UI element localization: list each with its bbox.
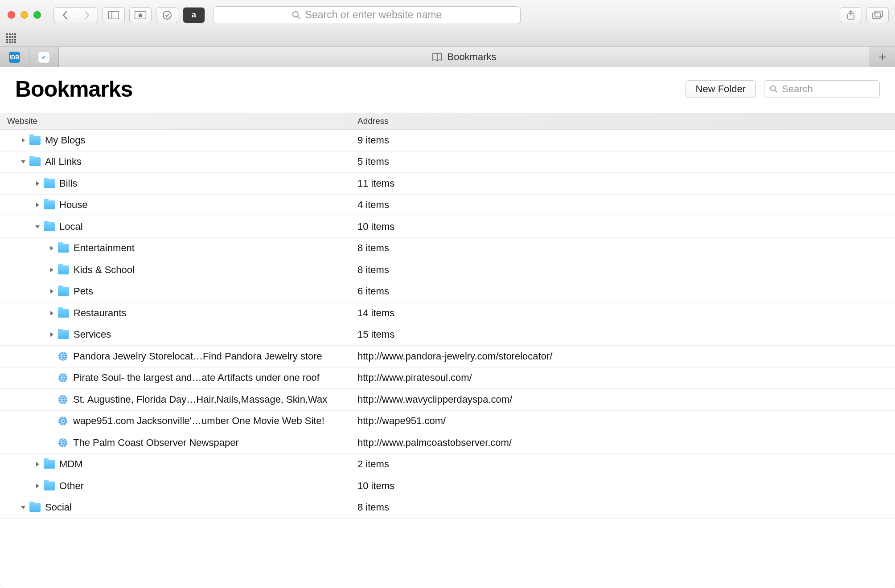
folder-row[interactable]: House4 items xyxy=(0,195,895,216)
svg-line-5 xyxy=(298,16,300,19)
pinned-tab-2[interactable]: ✓ xyxy=(29,47,59,67)
bookmark-row[interactable]: Pirate Soul- the largest and…ate Artifac… xyxy=(0,368,895,389)
bookmark-search[interactable]: Search xyxy=(764,80,880,98)
folder-row[interactable]: Services15 items xyxy=(0,324,895,346)
disclosure-right-icon[interactable] xyxy=(34,201,41,208)
row-address: 6 items xyxy=(352,286,895,297)
disclosure-down-icon[interactable] xyxy=(34,223,41,230)
row-name: Entertainment xyxy=(74,242,135,254)
folder-icon xyxy=(44,460,55,469)
folder-row[interactable]: MDM2 items xyxy=(0,454,895,476)
disclosure-down-icon[interactable] xyxy=(20,504,27,511)
bookmark-row[interactable]: Pandora Jewelry Storelocat…Find Pandora … xyxy=(0,346,895,368)
nav-buttons xyxy=(53,7,98,23)
row-name: My Blogs xyxy=(45,135,85,146)
row-address: 14 items xyxy=(352,307,895,319)
window-controls xyxy=(8,11,41,19)
bookmark-row[interactable]: The Palm Coast Observer Newspaperhttp://… xyxy=(0,432,895,454)
row-name: Social xyxy=(45,502,72,513)
folder-row[interactable]: My Blogs9 items xyxy=(0,130,895,151)
new-tab-button[interactable]: + xyxy=(870,47,895,67)
bookmark-row[interactable]: St. Augustine, Florida Day…Hair,Nails,Ma… xyxy=(0,389,895,411)
row-address: 11 items xyxy=(352,178,895,189)
show-favorites-icon[interactable] xyxy=(6,33,16,43)
row-address: 8 items xyxy=(352,502,895,513)
sidebar-button[interactable] xyxy=(103,7,125,23)
bookmark-list: My Blogs9 itemsAll Links5 itemsBills11 i… xyxy=(0,130,895,519)
folder-icon xyxy=(58,244,69,253)
folder-row[interactable]: Kids & School8 items xyxy=(0,259,895,281)
pinned-tab-1[interactable]: iDB xyxy=(0,47,29,67)
fullscreen-window-button[interactable] xyxy=(33,11,41,19)
folder-row[interactable]: Bills11 items xyxy=(0,173,895,195)
globe-icon xyxy=(58,416,68,426)
svg-point-10 xyxy=(771,86,776,91)
disclosure-right-icon[interactable] xyxy=(34,180,41,187)
tab-title: Bookmarks xyxy=(447,51,496,63)
disclosure-right-icon[interactable] xyxy=(48,331,55,338)
active-tab[interactable]: Bookmarks xyxy=(59,47,870,67)
book-icon xyxy=(432,53,443,61)
row-address: http://www.wavyclipperdayspa.com/ xyxy=(352,394,895,405)
col-address[interactable]: Address xyxy=(352,113,895,129)
disclosure-right-icon[interactable] xyxy=(34,461,41,468)
row-address: 15 items xyxy=(352,329,895,340)
url-bar[interactable]: Search or enter website name xyxy=(213,6,521,24)
svg-rect-0 xyxy=(109,11,119,19)
url-placeholder: Search or enter website name xyxy=(305,9,442,21)
share-button[interactable] xyxy=(840,7,862,23)
top-sites-button[interactable] xyxy=(129,7,152,23)
folder-row[interactable]: All Links5 items xyxy=(0,151,895,173)
row-name: Restaurants xyxy=(74,307,127,319)
globe-icon xyxy=(58,351,68,361)
svg-rect-7 xyxy=(873,13,880,19)
disclosure-right-icon[interactable] xyxy=(34,482,41,490)
bookmark-row[interactable]: wape951.com Jacksonville'…umber One Movi… xyxy=(0,411,895,433)
page-title: Bookmarks xyxy=(15,76,132,102)
svg-point-4 xyxy=(293,12,298,17)
row-name: Local xyxy=(59,221,83,233)
row-name: Pirate Soul- the largest and…ate Artifac… xyxy=(73,372,320,384)
disclosure-right-icon[interactable] xyxy=(48,288,55,295)
folder-row[interactable]: Pets6 items xyxy=(0,281,895,303)
row-name: Bills xyxy=(59,178,77,189)
folder-icon xyxy=(44,179,55,188)
svg-rect-8 xyxy=(875,11,883,17)
globe-icon xyxy=(58,373,68,383)
row-name: Services xyxy=(74,329,111,340)
minimize-window-button[interactable] xyxy=(21,11,28,19)
row-address: http://www.pandora-jewelry.com/storeloca… xyxy=(352,351,895,362)
folder-row[interactable]: Local10 items xyxy=(0,216,895,238)
folder-icon xyxy=(58,330,69,339)
disclosure-right-icon[interactable] xyxy=(20,137,27,144)
disclosure-down-icon[interactable] xyxy=(20,158,27,165)
col-website[interactable]: Website xyxy=(0,113,352,129)
row-address: 9 items xyxy=(352,135,895,146)
row-address: 8 items xyxy=(352,264,895,276)
folder-icon xyxy=(44,482,55,490)
folder-row[interactable]: Restaurants14 items xyxy=(0,302,895,324)
amazon-button[interactable]: a xyxy=(183,7,205,23)
search-icon xyxy=(770,85,778,93)
new-folder-button[interactable]: New Folder xyxy=(686,80,756,98)
tabs-button[interactable] xyxy=(866,7,889,23)
row-address: http://wape951.com/ xyxy=(352,415,895,427)
svg-point-3 xyxy=(163,11,171,19)
back-button[interactable] xyxy=(53,7,76,23)
disclosure-right-icon[interactable] xyxy=(48,310,55,317)
table-header: Website Address xyxy=(0,113,895,130)
folder-row[interactable]: Social8 items xyxy=(0,497,895,519)
checkmark-circle-button[interactable] xyxy=(156,7,178,23)
row-name: Pandora Jewelry Storelocat…Find Pandora … xyxy=(73,351,322,362)
disclosure-right-icon[interactable] xyxy=(48,266,55,274)
close-window-button[interactable] xyxy=(8,11,15,19)
forward-button[interactable] xyxy=(76,7,98,23)
folder-row[interactable]: Entertainment8 items xyxy=(0,238,895,260)
folder-icon xyxy=(58,265,69,274)
folder-row[interactable]: Other10 items xyxy=(0,475,895,497)
folder-icon xyxy=(44,222,55,231)
disclosure-right-icon[interactable] xyxy=(48,245,55,252)
tab-bar: iDB ✓ Bookmarks + xyxy=(0,47,895,67)
row-name: Kids & School xyxy=(74,264,135,276)
row-name: wape951.com Jacksonville'…umber One Movi… xyxy=(73,415,324,427)
